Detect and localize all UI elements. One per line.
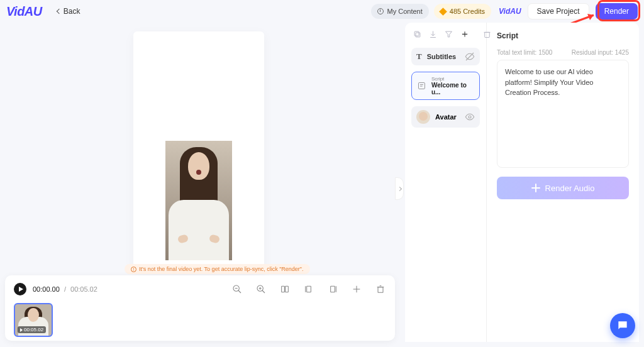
script-residual-label: Residual input: 1425 [572, 49, 629, 56]
layer-download-button[interactable] [428, 29, 438, 39]
svg-rect-20 [416, 33, 420, 37]
brand-logo: VidAU [6, 4, 42, 19]
chevron-left-icon [57, 9, 62, 14]
visibility-on-icon[interactable] [465, 112, 475, 122]
timecode: 00:00.00 / 00:05.02 [33, 285, 97, 293]
layer-subtitles[interactable]: T Subtitles [411, 48, 480, 65]
chat-icon [616, 319, 629, 332]
back-button[interactable]: Back [57, 7, 80, 16]
svg-rect-10 [286, 286, 289, 292]
render-button[interactable]: Render [596, 3, 638, 19]
layer-script-preview: Welcome to u... [431, 82, 474, 96]
text-icon: T [416, 52, 422, 62]
brand-mini-logo: VidAU [499, 7, 521, 16]
svg-rect-13 [331, 286, 335, 292]
support-chat-button[interactable] [610, 313, 635, 338]
warning-icon: ! [131, 267, 136, 272]
render-audio-label: Render Audio [545, 184, 595, 193]
timeline-clip[interactable]: 00:05.02 [14, 303, 53, 337]
trim-right-button[interactable] [327, 284, 338, 295]
render-label: Render [604, 7, 629, 16]
back-label: Back [64, 7, 80, 16]
clock-icon [377, 8, 384, 14]
svg-point-30 [469, 116, 471, 118]
layer-copy-button[interactable] [413, 29, 422, 39]
svg-rect-9 [282, 286, 285, 292]
script-editor-panel: Script Total text limit: 1500 Residual i… [487, 23, 639, 342]
layer-filter-button[interactable] [444, 29, 453, 39]
script-textarea[interactable]: Welcome to use our AI video platform! Si… [497, 60, 629, 168]
svg-line-6 [262, 290, 265, 293]
split-clip-button[interactable] [279, 284, 291, 295]
layer-avatar-label: Avatar [435, 113, 457, 121]
timecode-duration: 00:05.02 [70, 285, 97, 293]
clip-duration: 00:05.02 [24, 327, 43, 333]
my-content-label: My Content [387, 8, 423, 15]
warning-text: It's not the final video yet. To get acc… [139, 266, 304, 272]
chevron-right-icon [397, 186, 401, 190]
trim-left-button[interactable] [303, 284, 314, 295]
play-button[interactable] [14, 283, 26, 295]
collapse-right-panel-button[interactable] [395, 177, 404, 200]
credits-label: 485 Credits [450, 8, 485, 15]
svg-rect-17 [378, 287, 383, 293]
svg-rect-11 [307, 286, 311, 292]
inspector-panel: ＋ T Subtitles Script Welcome to u... Ava… [405, 23, 639, 342]
avatar-thumb-icon [416, 110, 430, 124]
zoom-in-button[interactable] [255, 284, 267, 295]
layer-column: ＋ T Subtitles Script Welcome to u... Ava… [405, 23, 487, 342]
timecode-current: 00:00.00 [33, 285, 60, 293]
save-label: Save Project [537, 7, 580, 16]
visibility-off-icon[interactable] [465, 52, 475, 62]
render-audio-button[interactable]: Render Audio [497, 177, 629, 199]
layer-script-label: Script [431, 76, 474, 82]
timeline-panel: 00:00.00 / 00:05.02 00:05.02 [5, 275, 395, 341]
script-limit-label: Total text limit: 1500 [497, 49, 552, 56]
script-icon [417, 81, 426, 91]
add-clip-button[interactable] [351, 284, 362, 295]
play-icon [20, 328, 23, 332]
script-heading: Script [497, 31, 629, 40]
zoom-out-button[interactable] [231, 284, 243, 295]
timecode-separator: / [64, 285, 66, 293]
delete-clip-button[interactable] [375, 284, 386, 295]
layer-script[interactable]: Script Welcome to u... [411, 72, 480, 100]
svg-rect-27 [418, 82, 425, 89]
layer-add-button[interactable]: ＋ [460, 29, 470, 39]
svg-line-3 [238, 290, 241, 293]
diamond-icon [439, 8, 447, 16]
my-content-button[interactable]: My Content [371, 4, 429, 19]
lipsync-warning: ! It's not the final video yet. To get a… [125, 264, 310, 274]
layer-avatar[interactable]: Avatar [411, 106, 480, 128]
credits-pill[interactable]: 485 Credits [434, 4, 491, 19]
svg-rect-21 [414, 31, 419, 36]
layer-subtitles-label: Subtitles [427, 53, 456, 60]
avatar-preview [165, 141, 232, 260]
clip-duration-badge: 00:05.02 [18, 326, 46, 333]
save-project-button[interactable]: Save Project [528, 3, 589, 19]
sparkle-icon [531, 184, 540, 192]
